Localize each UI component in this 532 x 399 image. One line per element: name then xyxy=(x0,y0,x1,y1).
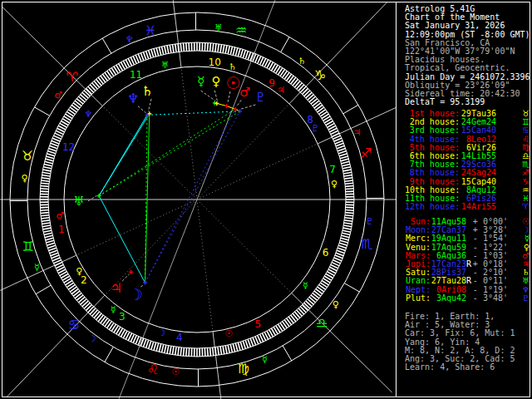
sign-glyph-virgo: ♍ xyxy=(238,361,249,377)
degree-tick xyxy=(342,167,351,169)
wheel-planet-glyph-venus: ♀ xyxy=(212,74,221,89)
degree-tick xyxy=(51,253,58,256)
planet-pointer-line xyxy=(148,99,151,111)
zodiac-sign-icon: ♐ xyxy=(496,169,530,177)
sign-ruler-icon: ♄ xyxy=(298,56,306,66)
sign-ruler-icon: ♅ xyxy=(214,22,223,33)
degree-tick xyxy=(342,233,350,234)
house-ruler-icon: ☿ xyxy=(303,280,308,291)
degree-tick xyxy=(184,43,185,52)
degree-tick xyxy=(238,342,240,351)
degree-tick xyxy=(342,164,350,165)
degree-tick xyxy=(167,346,169,354)
degree-tick xyxy=(47,245,56,248)
sign-boundary-line xyxy=(344,283,359,292)
degree-tick xyxy=(165,345,166,353)
pane-divider xyxy=(396,2,397,397)
degree-tick xyxy=(345,213,353,214)
degree-tick xyxy=(40,207,48,208)
house-ruler-icon: ♀ xyxy=(76,266,82,277)
retrograde-flag: R xyxy=(466,260,472,268)
house-number-5: 5 xyxy=(255,318,262,330)
house-number-6: 6 xyxy=(323,247,329,259)
house-cusp-line-inner xyxy=(200,104,289,197)
wheel-planet-glyph-pluto: ♇ xyxy=(254,90,265,105)
degree-tick xyxy=(167,45,169,53)
degree-tick xyxy=(47,151,56,154)
planet-velocity: - 0°11' xyxy=(472,277,508,285)
degree-tick xyxy=(47,154,55,156)
degree-tick xyxy=(218,44,219,52)
degree-tick xyxy=(235,47,238,56)
wheel-planet-glyph-saturn: ♄ xyxy=(141,83,153,99)
degree-tick xyxy=(45,238,53,240)
header-line: DeltaT = 95.3199 xyxy=(405,98,530,106)
element-tally-table: Fire: 1, Earth: 1,Air : 5, Water: 3Car: … xyxy=(405,313,530,372)
degree-tick xyxy=(45,159,53,161)
house-cusp-line-inner xyxy=(200,202,292,293)
degree-tick xyxy=(340,156,348,159)
degree-tick xyxy=(175,44,176,52)
degree-tick xyxy=(143,52,145,59)
degree-tick xyxy=(186,348,187,357)
degree-tick xyxy=(159,344,160,352)
degree-tick xyxy=(225,45,227,53)
degree-tick xyxy=(49,250,57,253)
degree-tick xyxy=(207,42,208,51)
sign-ruler-icon: ♇ xyxy=(365,216,373,227)
wheel-planet-glyph-jupiter: ♃ xyxy=(111,280,122,296)
tally-line: Learn: 4, Share: 6 xyxy=(405,363,530,372)
degree-tick xyxy=(344,223,352,224)
degree-tick xyxy=(42,225,51,227)
sign-ruler-icon: ☉ xyxy=(171,367,180,377)
degree-tick xyxy=(172,347,174,355)
degree-tick xyxy=(220,44,222,52)
degree-tick xyxy=(337,148,345,150)
house-ruler-icon: ☽ xyxy=(157,328,165,338)
degree-tick xyxy=(228,345,229,353)
house-row: 12th house:14Ari55♈ xyxy=(405,203,530,211)
house-cusp-line-inner xyxy=(197,203,213,332)
degree-tick xyxy=(338,151,347,154)
wheel-planet-glyph-mercury: ☿ xyxy=(197,74,204,89)
planet-pointer-line xyxy=(201,91,215,101)
degree-tick xyxy=(204,348,205,357)
degree-tick xyxy=(140,53,144,61)
planet-pointer-line xyxy=(228,91,230,104)
degree-tick xyxy=(228,46,229,54)
degree-tick xyxy=(170,45,171,53)
degree-tick xyxy=(43,230,52,232)
planet-pointer-line xyxy=(236,100,241,106)
degree-tick xyxy=(345,183,353,184)
degree-tick xyxy=(235,343,238,352)
degree-tick xyxy=(42,220,50,221)
degree-tick xyxy=(344,175,352,176)
degree-tick xyxy=(233,344,234,352)
degree-tick xyxy=(337,248,345,250)
wheel-planet-glyph-neptune: ♆ xyxy=(127,91,139,106)
degree-tick xyxy=(161,47,163,55)
degree-tick xyxy=(51,143,58,146)
degree-tick xyxy=(41,215,49,216)
degree-tick xyxy=(40,191,48,192)
degree-tick xyxy=(156,343,159,352)
degree-tick xyxy=(145,340,148,347)
aspect-line xyxy=(99,111,239,196)
degree-tick xyxy=(170,346,171,354)
house-cusp-line-inner xyxy=(76,201,195,255)
sign-ruler-icon: ☿ xyxy=(34,262,40,273)
degree-tick xyxy=(41,213,49,214)
degree-tick xyxy=(154,342,156,351)
degree-tick xyxy=(143,339,145,347)
house-number-3: 3 xyxy=(119,311,126,323)
degree-tick xyxy=(346,191,354,192)
planet-label: Uran: xyxy=(405,277,431,285)
degree-tick xyxy=(151,49,154,57)
degree-tick xyxy=(218,347,219,355)
house-cusp-line-outer xyxy=(165,0,181,67)
degree-tick xyxy=(240,342,243,350)
degree-tick xyxy=(149,341,151,349)
sign-boundary-line xyxy=(34,107,49,116)
house-row: 8th house:24Sag24♐ xyxy=(405,169,530,177)
house-ruler-icon: ☉ xyxy=(224,328,233,339)
